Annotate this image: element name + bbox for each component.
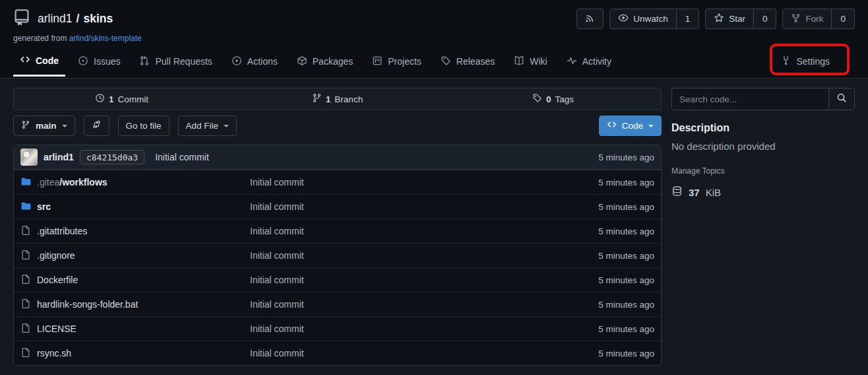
file-icon [20, 298, 31, 311]
file-commit-message[interactable]: Initial commit [250, 348, 529, 358]
tab-releases[interactable]: Releases [434, 46, 501, 77]
package-icon [297, 55, 307, 68]
manage-topics-link[interactable]: Manage Topics [671, 166, 855, 176]
add-file-label: Add File [186, 121, 219, 131]
unwatch-button[interactable]: Unwatch [609, 9, 677, 29]
file-link[interactable]: rsync.sh [20, 347, 250, 360]
repo-summary-bar: 1 Commit 1 Branch [13, 88, 662, 110]
file-link[interactable]: src [20, 201, 250, 213]
code-icon [20, 54, 30, 67]
repo-name-link[interactable]: skins [83, 12, 113, 26]
file-link[interactable]: LICENSE [20, 323, 250, 335]
fork-button-group: Fork 0 [782, 9, 855, 29]
file-icon [20, 323, 31, 335]
repo-header: arlind1 / skins generated from arlind/sk… [0, 0, 868, 79]
caret-down-icon [648, 125, 654, 127]
commit-count: 1 [109, 94, 114, 104]
file-commit-message[interactable]: Initial commit [250, 201, 529, 212]
tag-count: 0 [546, 94, 551, 104]
star-label: Star [729, 14, 745, 24]
file-row: Dockerfile Initial commit 5 minutes ago [14, 267, 661, 292]
search-submit-button[interactable] [828, 88, 854, 110]
file-link[interactable]: hardlink-songs-folder.bat [20, 298, 250, 311]
file-commit-time: 5 minutes ago [529, 275, 654, 285]
file-icon [20, 225, 31, 238]
clone-code-button[interactable]: Code [599, 116, 662, 136]
tab-releases-label: Releases [456, 56, 495, 67]
repo-content: 1 Commit 1 Branch [0, 79, 868, 366]
tab-issues[interactable]: Issues [71, 46, 127, 77]
file-name: /workflows [59, 177, 107, 188]
star-icon [714, 13, 724, 25]
tab-settings[interactable]: Settings [774, 46, 836, 77]
file-row: .gitea/workflows Initial commit 5 minute… [14, 170, 661, 194]
search-icon [836, 92, 847, 106]
go-to-file-button[interactable]: Go to file [118, 116, 170, 136]
star-button[interactable]: Star [705, 9, 754, 29]
tag-count-label: Tags [555, 94, 574, 104]
file-commit-message[interactable]: Initial commit [250, 177, 529, 188]
repo-title-block: arlind1 / skins generated from arlind/sk… [13, 9, 142, 43]
rss-feed-button[interactable] [576, 9, 604, 29]
commit-message-link[interactable]: Initial commit [155, 152, 209, 162]
commit-author-avatar[interactable] [20, 149, 38, 166]
commits-link[interactable]: 1 Commit [14, 93, 230, 105]
caret-down-icon [62, 125, 67, 127]
watchers-count[interactable]: 1 [677, 9, 700, 29]
file-link[interactable]: Dockerfile [20, 274, 250, 287]
file-row: src Initial commit 5 minutes ago [14, 194, 661, 219]
commit-author-name[interactable]: arlind1 [44, 152, 74, 162]
tab-code[interactable]: Code [13, 46, 65, 77]
tab-actions[interactable]: Actions [225, 46, 284, 77]
fork-button[interactable]: Fork [782, 9, 832, 29]
tab-activity[interactable]: Activity [560, 46, 618, 77]
file-link[interactable]: .gitignore [20, 250, 250, 262]
file-commit-time: 5 minutes ago [529, 324, 654, 334]
file-name: src [37, 201, 51, 212]
tab-projects-label: Projects [388, 56, 421, 67]
database-icon [671, 186, 683, 199]
tab-packages[interactable]: Packages [290, 46, 359, 77]
repo-page: arlind1 / skins generated from arlind/sk… [0, 0, 868, 375]
add-file-button[interactable]: Add File [178, 116, 237, 136]
search-code-input[interactable] [672, 88, 828, 110]
file-commit-message[interactable]: Initial commit [250, 275, 529, 285]
file-commit-time: 5 minutes ago [529, 349, 654, 358]
fork-label: Fork [805, 14, 823, 24]
compare-button[interactable] [84, 116, 109, 136]
branch-icon [21, 120, 30, 131]
file-commit-time: 5 minutes ago [529, 226, 654, 236]
tab-activity-label: Activity [582, 56, 611, 67]
stars-count[interactable]: 0 [754, 9, 777, 29]
commit-hash-badge[interactable]: c84215d0a3 [80, 150, 144, 164]
branches-link[interactable]: 1 Branch [230, 93, 445, 105]
file-commit-message[interactable]: Initial commit [250, 226, 529, 236]
fork-icon [791, 13, 801, 25]
tag-icon [441, 55, 451, 68]
tag-icon [532, 93, 542, 105]
template-repo-link[interactable]: arlind/skins-template [69, 34, 142, 43]
commit-time: 5 minutes ago [598, 153, 654, 162]
file-row: rsync.sh Initial commit 5 minutes ago [14, 341, 661, 365]
forks-count[interactable]: 0 [832, 9, 855, 29]
tab-projects[interactable]: Projects [365, 46, 428, 77]
folder-icon [20, 201, 31, 213]
file-commit-message[interactable]: Initial commit [250, 324, 529, 334]
tab-wiki[interactable]: Wiki [507, 46, 553, 77]
pulse-icon [567, 55, 577, 68]
file-link[interactable]: .gitattributes [20, 225, 250, 238]
file-table: arlind1 c84215d0a3 Initial commit 5 minu… [13, 145, 662, 366]
file-link[interactable]: .gitea/workflows [20, 176, 250, 189]
file-commit-message[interactable]: Initial commit [250, 250, 529, 261]
commit-count-label: Commit [118, 94, 149, 104]
tab-code-label: Code [36, 55, 59, 66]
repo-title-separator: / [77, 12, 80, 26]
branch-selector[interactable]: main [13, 116, 75, 136]
description-text: No description provided [671, 141, 855, 152]
repo-owner-link[interactable]: arlind1 [38, 12, 73, 26]
tab-pull-requests[interactable]: Pull Requests [133, 46, 218, 77]
file-icon [20, 347, 31, 360]
file-commit-message[interactable]: Initial commit [250, 299, 529, 310]
tags-link[interactable]: 0 Tags [445, 93, 661, 105]
caret-down-icon [224, 125, 229, 127]
